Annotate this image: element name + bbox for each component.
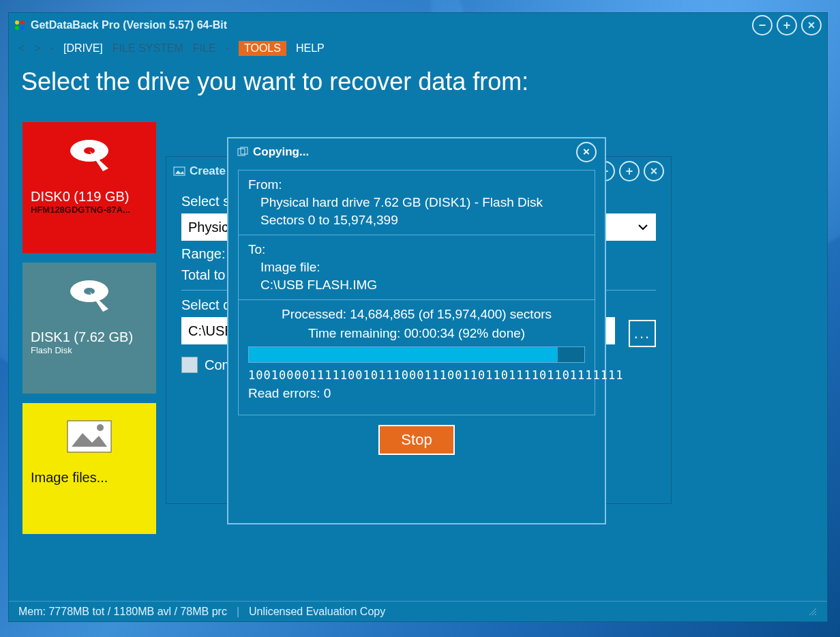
tile-sublabel: Flash Disk xyxy=(31,345,148,355)
menubar: < > - [DRIVE] FILE SYSTEM FILE - TOOLS H… xyxy=(9,38,827,59)
minimize-button[interactable]: − xyxy=(752,15,772,35)
maximize-button[interactable]: + xyxy=(777,15,797,35)
svg-marker-12 xyxy=(175,171,184,174)
image-file-icon xyxy=(62,417,117,458)
resize-grip-icon[interactable] xyxy=(808,607,817,617)
hdd-icon xyxy=(62,136,117,177)
image-icon xyxy=(173,165,185,177)
from-value-1: Physical hard drive 7.62 GB (DISK1) - Fl… xyxy=(260,195,585,210)
from-label: From: xyxy=(248,177,585,192)
titlebar: GetDataBack Pro (Version 5.57) 64-Bit − … xyxy=(9,13,827,38)
copying-title: Copying... xyxy=(253,145,309,159)
tile-disk0[interactable]: DISK0 (119 GB) HFM128GDGTNG-87A... xyxy=(22,122,156,253)
menu-filesystem[interactable]: FILE SYSTEM xyxy=(112,42,183,55)
progress-fill xyxy=(249,347,558,362)
checkbox-box xyxy=(181,357,198,373)
stop-button[interactable]: Stop xyxy=(378,425,455,455)
statusbar: Mem: 7778MB tot / 1180MB avl / 78MB prc … xyxy=(9,601,827,621)
page-title: Select the drive you want to recover dat… xyxy=(9,59,827,108)
menu-file[interactable]: FILE xyxy=(193,42,216,55)
read-errors: Read errors: 0 xyxy=(248,386,585,401)
tile-label: Image files... xyxy=(31,470,148,486)
to-value-2: C:\USB FLASH.IMG xyxy=(260,278,585,293)
from-value-2: Sectors 0 to 15,974,399 xyxy=(260,213,585,228)
tile-label: DISK1 (7.62 GB) xyxy=(31,329,148,345)
copying-dialog: Copying... × From: Physical hard drive 7… xyxy=(227,137,606,524)
to-label: To: xyxy=(248,242,585,257)
menu-tools[interactable]: TOOLS xyxy=(239,41,286,56)
svg-rect-11 xyxy=(174,167,185,175)
status-memory: Mem: 7778MB tot / 1180MB avl / 78MB prc xyxy=(18,606,227,618)
sub-maximize-button[interactable]: + xyxy=(619,161,640,181)
svg-point-3 xyxy=(20,26,25,30)
processed-text: Processed: 14,684,865 (of 15,974,400) se… xyxy=(248,307,585,322)
app-logo-icon xyxy=(14,20,25,31)
nav-back[interactable]: < xyxy=(18,42,25,55)
browse-button[interactable]: ... xyxy=(629,320,656,347)
chevron-down-icon xyxy=(637,221,649,233)
tile-image-files[interactable]: Image files... xyxy=(22,403,156,534)
breadcrumb-drive[interactable]: [DRIVE] xyxy=(63,42,103,55)
tile-disk1[interactable]: DISK1 (7.62 GB) Flash Disk xyxy=(22,263,156,394)
window-title: GetDataBack Pro (Version 5.57) 64-Bit xyxy=(31,19,752,31)
copy-icon xyxy=(237,146,249,158)
bits-readout: 1001000011111001011100011100110110111101… xyxy=(248,368,585,382)
svg-point-0 xyxy=(15,20,19,25)
svg-rect-8 xyxy=(68,421,111,452)
drive-tiles: DISK0 (119 GB) HFM128GDGTNG-87A... DISK1… xyxy=(22,122,159,534)
progress-bar xyxy=(248,346,585,363)
hdd-icon xyxy=(62,276,117,317)
close-button[interactable]: × xyxy=(801,15,822,35)
tile-label: DISK0 (119 GB) xyxy=(31,189,148,205)
status-license: Unlicensed Evaluation Copy xyxy=(249,606,385,618)
sub-close-button[interactable]: × xyxy=(644,161,664,181)
svg-point-1 xyxy=(20,20,25,25)
remaining-text: Time remaining: 00:00:34 (92% done) xyxy=(248,326,585,341)
create-title: Create xyxy=(190,164,226,178)
to-value-1: Image file: xyxy=(260,260,585,275)
nav-forward[interactable]: > xyxy=(34,42,40,55)
main-window: GetDataBack Pro (Version 5.57) 64-Bit − … xyxy=(8,12,828,622)
menu-help[interactable]: HELP xyxy=(296,42,325,55)
nav-sep: - xyxy=(50,42,54,55)
dialog-close-button[interactable]: × xyxy=(576,142,597,162)
copying-panel: From: Physical hard drive 7.62 GB (DISK1… xyxy=(238,170,595,415)
svg-point-10 xyxy=(97,424,104,431)
tile-sublabel: HFM128GDGTNG-87A... xyxy=(31,205,148,215)
menu-sep: - xyxy=(226,42,229,55)
svg-point-2 xyxy=(15,26,19,30)
